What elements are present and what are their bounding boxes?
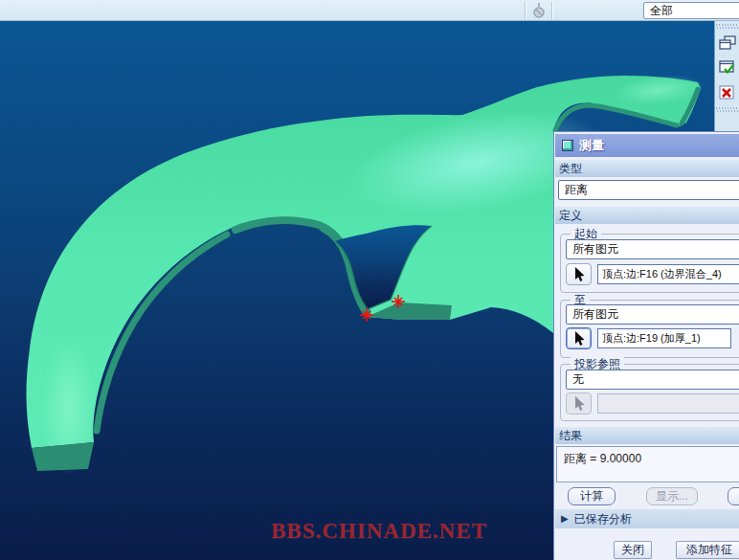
- close-window-icon[interactable]: [717, 81, 738, 104]
- projection-select-button[interactable]: [566, 392, 592, 414]
- to-selection-row: 顶点:边:F19 (加厚_1): [566, 327, 739, 349]
- forum-watermark: BBS.CHINADE.NET: [271, 519, 487, 544]
- from-reference-field[interactable]: 顶点:边:F16 (边界混合_4): [597, 264, 739, 284]
- from-selection-row: 顶点:边:F16 (边界混合_4): [566, 263, 739, 285]
- result-text-area: 距离 = 9.00000: [556, 446, 739, 482]
- toolbar-separator: [551, 2, 552, 19]
- show-button[interactable]: 显示...: [646, 487, 698, 505]
- result-section-header: 结果: [555, 427, 739, 444]
- projection-reference-field[interactable]: [597, 393, 739, 414]
- projection-selection-row: [566, 392, 739, 414]
- to-reference-field[interactable]: 顶点:边:F19 (加厚_1): [597, 328, 731, 348]
- from-filter-combobox[interactable]: 所有图元: [566, 239, 739, 259]
- cursor-arrow-icon: [573, 267, 585, 282]
- partial-button[interactable]: [728, 487, 739, 505]
- to-select-button[interactable]: [566, 327, 592, 349]
- toolbar-gripper[interactable]: [716, 23, 738, 30]
- to-filter-combobox[interactable]: 所有图元: [566, 304, 739, 325]
- dialog-title-bar[interactable]: 测量: [555, 134, 739, 157]
- filter-combobox[interactable]: 全部: [643, 2, 739, 19]
- cursor-arrow-icon: [573, 396, 585, 412]
- projection-group-label: 投影参照: [571, 357, 624, 370]
- dialog-title: 测量: [579, 134, 604, 157]
- type-section-header: 类型: [555, 160, 739, 177]
- measure-dialog-icon: [562, 140, 573, 151]
- confirm-window-icon[interactable]: [717, 56, 738, 79]
- new-window-icon[interactable]: [717, 32, 738, 55]
- compute-button[interactable]: 计算: [568, 487, 616, 505]
- type-combobox[interactable]: 距离: [558, 180, 739, 200]
- expand-arrow-icon: ▶: [561, 509, 569, 528]
- toolbar-gripper[interactable]: [716, 106, 738, 113]
- from-group-label: 起始: [571, 227, 601, 240]
- cursor-arrow-icon: [573, 331, 585, 347]
- add-feature-button[interactable]: 添加特征: [676, 541, 739, 559]
- projection-filter-combobox[interactable]: 无: [566, 370, 739, 390]
- application-window: BBS.CHINADE.NET 全部: [0, 0, 739, 560]
- measure-dialog: 测量 类型 距离 定义 起始 所有图元 顶点:边:F16 (边界混合_4) 至 …: [553, 131, 739, 560]
- close-button[interactable]: 关闭: [614, 541, 652, 559]
- search-tool-icon[interactable]: [530, 2, 548, 19]
- from-select-button[interactable]: [566, 263, 592, 285]
- right-toolbar: [714, 21, 739, 132]
- saved-analyses-label: 已保存分析: [574, 509, 632, 528]
- top-toolbar: 全部: [0, 0, 739, 21]
- toolbar-separator: [525, 2, 526, 19]
- saved-analyses-bar[interactable]: ▶ 已保存分析: [555, 509, 739, 528]
- define-section-header: 定义: [555, 207, 739, 224]
